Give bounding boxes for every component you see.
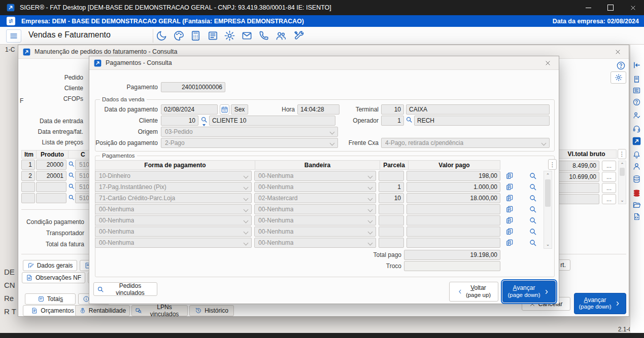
origem-select[interactable]: 03-Pedido	[161, 127, 338, 137]
coins-icon[interactable]	[632, 189, 641, 198]
bandeira-select[interactable]: 00-Nenhuma	[254, 171, 376, 181]
terminal-code-field[interactable]: 10	[381, 104, 404, 115]
forma-pagamento-select[interactable]: 17-Pag.Instantâneo (Pix)	[95, 182, 252, 192]
collapse-left-icon[interactable]	[632, 61, 641, 69]
search-icon[interactable]	[529, 228, 537, 236]
search-icon[interactable]	[405, 116, 413, 123]
voltar-button[interactable]: Voltar(page up)	[449, 282, 498, 302]
operador-name-field[interactable]: RECH	[414, 116, 550, 126]
copy-receipt-icon[interactable]	[505, 183, 514, 191]
search-icon[interactable]	[68, 161, 75, 167]
pedidos-vinculados-button[interactable]: Pedidos vinculados	[93, 282, 157, 296]
search-icon[interactable]	[529, 183, 537, 191]
newspaper-icon[interactable]	[632, 86, 641, 95]
posicao-select[interactable]: 2-Pago	[161, 138, 338, 148]
search-icon[interactable]	[529, 239, 537, 247]
dados-gerais-button[interactable]: Dados gerais	[23, 260, 77, 271]
bandeira-select[interactable]: 00-Nenhuma	[254, 204, 376, 214]
dialog-settings-button[interactable]	[611, 71, 626, 84]
itm-cell[interactable]	[21, 182, 35, 192]
scroll-icon[interactable]	[632, 75, 641, 84]
vl-total-cell[interactable]	[556, 183, 599, 193]
totals-scrollbar[interactable]: ⌃ ⌄	[618, 161, 626, 204]
data-pagamento-field[interactable]: 02/08/2024	[161, 104, 218, 115]
valor-pago-field[interactable]: 18.000,00	[406, 193, 500, 203]
search-icon[interactable]	[68, 183, 75, 190]
cliente-name-field[interactable]: CLIENTE 10	[209, 116, 335, 126]
itm-cell[interactable]: 1	[21, 160, 35, 170]
grid-options-button[interactable]: ⋮	[548, 159, 557, 170]
user-check-icon[interactable]	[632, 111, 641, 120]
orders-close-icon[interactable]	[611, 47, 624, 57]
forma-pagamento-select[interactable]: 00-Nenhuma	[95, 227, 252, 237]
forma-pagamento-select[interactable]: 00-Nenhuma	[95, 215, 252, 226]
row-more-button[interactable]: ...	[602, 172, 616, 182]
bandeira-select[interactable]: 02-Mastercard	[254, 193, 376, 203]
copy-receipt-icon[interactable]	[505, 172, 514, 180]
calendar-icon[interactable]: 31	[220, 104, 229, 115]
parcela-field[interactable]	[379, 238, 404, 248]
forma-pagamento-select[interactable]: 00-Nenhuma	[95, 204, 252, 214]
parcela-field[interactable]	[379, 215, 404, 226]
bandeira-select[interactable]: 00-Nenhuma	[254, 227, 376, 237]
produto-cell[interactable]: 20000	[36, 160, 66, 170]
search-icon[interactable]	[68, 194, 75, 201]
valor-pago-field[interactable]: 198,00	[406, 171, 500, 181]
copy-receipt-icon[interactable]	[505, 239, 514, 247]
bell-icon[interactable]	[632, 151, 641, 159]
phone-icon[interactable]	[258, 30, 269, 42]
terminal-name-field[interactable]: CAIXA	[406, 104, 550, 115]
search-icon[interactable]	[68, 172, 75, 178]
search-icon[interactable]	[529, 172, 537, 180]
valor-pago-field[interactable]	[406, 238, 500, 248]
forma-pagamento-select[interactable]: 00-Nenhuma	[95, 238, 252, 248]
tools-icon[interactable]	[293, 30, 304, 42]
lpns-vinculados-button[interactable]: LPNs vinculados	[131, 305, 188, 316]
avancar-button[interactable]: Avançar(page down)	[574, 293, 626, 314]
produto-cell[interactable]: 20001	[36, 171, 66, 181]
parcela-field[interactable]	[379, 171, 404, 181]
vl-total-cell[interactable]	[556, 194, 599, 204]
maximize-button[interactable]	[599, 0, 622, 15]
row-more-button[interactable]: ...	[602, 161, 616, 171]
folder-open-icon[interactable]	[632, 201, 641, 209]
switch-company-icon[interactable]	[7, 17, 15, 25]
grid-options-button[interactable]: ⋮	[618, 149, 626, 159]
valor-pago-field[interactable]	[406, 204, 500, 214]
headset-icon[interactable]	[632, 124, 641, 133]
palette-icon[interactable]	[173, 30, 185, 42]
close-button[interactable]	[622, 0, 644, 15]
news-icon[interactable]	[207, 30, 219, 42]
calculator-icon[interactable]	[190, 30, 201, 42]
bandeira-select[interactable]: 00-Nenhuma	[254, 182, 376, 192]
minimize-button[interactable]	[577, 0, 599, 15]
produto-cell[interactable]	[36, 182, 66, 192]
itm-cell[interactable]: 2	[21, 171, 35, 181]
pagamento-field[interactable]: 240010000006	[161, 82, 225, 92]
vl-total-cell[interactable]: 8.499,00	[556, 161, 599, 171]
background-tab[interactable]: 1-C	[5, 46, 15, 53]
search-icon[interactable]	[529, 216, 537, 224]
user-icon[interactable]	[632, 162, 641, 171]
menu-icon[interactable]	[6, 29, 21, 43]
itm-cell[interactable]	[21, 193, 35, 203]
totais-button[interactable]: Totais	[25, 293, 76, 305]
bandeira-select[interactable]: 00-Nenhuma	[254, 238, 376, 248]
payments-close-icon[interactable]	[541, 58, 554, 68]
parcela-field[interactable]	[379, 204, 404, 214]
copy-receipt-icon[interactable]	[505, 205, 514, 213]
parcela-field[interactable]	[379, 227, 404, 237]
forma-pagamento-select[interactable]: 10-Dinheiro	[95, 171, 252, 181]
copy-receipt-icon[interactable]	[505, 194, 514, 202]
payments-scrollbar[interactable]: ⌃ ⌄	[544, 171, 552, 249]
vl-total-cell[interactable]: 10.699,00	[556, 172, 599, 182]
dialog-help-icon[interactable]	[616, 61, 626, 70]
gear-icon[interactable]	[224, 30, 235, 42]
valor-pago-field[interactable]: 1.000,00	[406, 182, 500, 192]
search-icon[interactable]	[200, 116, 208, 123]
valor-pago-field[interactable]	[406, 215, 500, 226]
historico-button[interactable]: Histórico	[189, 305, 234, 316]
forma-pagamento-select[interactable]: 71-Cartão Crédito-Parc.Loja	[95, 193, 252, 203]
valor-pago-field[interactable]	[406, 227, 500, 237]
produto-cell[interactable]	[36, 193, 66, 203]
